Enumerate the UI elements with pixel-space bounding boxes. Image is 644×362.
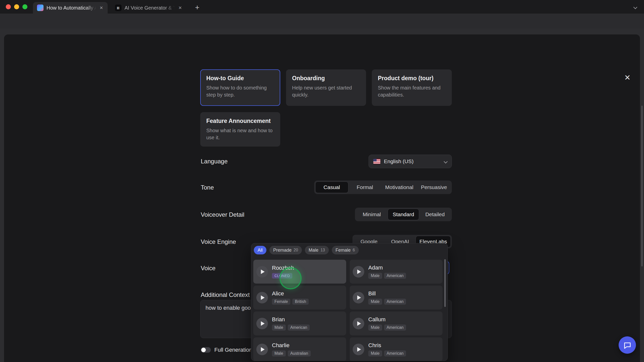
- voice-badge: Female: [272, 299, 290, 305]
- tab-favicon-icon: [37, 5, 44, 11]
- voice-tags: FemaleBritish: [272, 299, 309, 305]
- voice-tags: MaleAmerican: [368, 299, 406, 305]
- click-indicator: [279, 267, 302, 289]
- template-card-list: How-to Guide Show how to do something st…: [200, 69, 452, 147]
- chip-count: 13: [320, 248, 325, 252]
- voice-meta: Brian MaleAmerican: [272, 316, 310, 331]
- voice-option[interactable]: Bill MaleAmerican: [350, 286, 442, 309]
- toggle-knob: [201, 348, 206, 352]
- window-controls: [6, 4, 27, 9]
- play-voice-button[interactable]: [256, 318, 268, 329]
- template-card-title: Product demo (tour): [378, 75, 446, 82]
- voice-filter-chip[interactable]: Male 13: [305, 246, 329, 254]
- chat-bubble-icon: [623, 341, 632, 349]
- additional-context-label: Additional Context: [201, 291, 250, 298]
- chevron-down-icon: [633, 5, 637, 9]
- voice-meta: Adam MaleAmerican: [368, 264, 406, 279]
- play-voice-button[interactable]: [256, 344, 268, 355]
- template-card-title: Feature Announcement: [206, 118, 274, 124]
- voice-option[interactable]: Alice FemaleBritish: [253, 286, 346, 309]
- template-card[interactable]: How-to Guide Show how to do something st…: [200, 69, 280, 106]
- play-icon: [261, 321, 265, 326]
- voiceover-detail-label: Voiceover Detail: [201, 211, 244, 218]
- tone-option[interactable]: Persuasive: [417, 182, 451, 193]
- voice-filter-chip[interactable]: Premade 20: [269, 246, 302, 254]
- voice-meta: Charlie MaleAustralian: [272, 342, 311, 356]
- voice-meta: Bill MaleAmerican: [368, 290, 406, 305]
- play-voice-button[interactable]: [353, 266, 364, 278]
- us-flag-icon: [373, 159, 380, 164]
- minimize-window-button[interactable]: [14, 4, 19, 9]
- voice-badge: American: [384, 299, 406, 305]
- voice-option[interactable]: Brian MaleAmerican: [253, 311, 346, 335]
- voice-name: Callum: [368, 316, 406, 323]
- tab-ai-voice-generator[interactable]: II AI Voice Generator & Text to S ✕: [111, 2, 187, 14]
- chip-label: Premade: [273, 248, 292, 253]
- chip-label: Male: [309, 248, 318, 253]
- tone-option[interactable]: Casual: [315, 182, 348, 193]
- tab-close-icon[interactable]: ✕: [178, 5, 182, 11]
- voiceover-detail-option[interactable]: Minimal: [356, 209, 388, 220]
- tab-close-icon[interactable]: ✕: [99, 5, 104, 11]
- chevron-down-icon: [444, 159, 448, 163]
- voiceover-detail-segmented-control: Minimal Standard Detailed: [355, 208, 452, 221]
- template-card[interactable]: Feature Announcement Show what is new an…: [200, 112, 280, 147]
- voice-badge: American: [384, 350, 406, 356]
- full-generation-toggle[interactable]: [201, 347, 211, 353]
- full-generation-label: Full Generation: [214, 347, 252, 353]
- tab-title: How to Automatically Add Go: [47, 5, 96, 11]
- chip-label: Female: [336, 248, 351, 253]
- voice-filter-chips: All Premade 20 Male 13 Female 6: [254, 246, 359, 254]
- tone-option[interactable]: Formal: [348, 182, 382, 193]
- voice-option[interactable]: Callum MaleAmerican: [350, 311, 442, 335]
- play-voice-button[interactable]: [256, 292, 268, 303]
- voice-badge: American: [384, 325, 406, 331]
- tab-search-button[interactable]: [634, 5, 637, 10]
- voice-option[interactable]: Charlie MaleAustralian: [253, 337, 346, 361]
- voice-badge: Male: [368, 325, 382, 331]
- voice-engine-label: Voice Engine: [201, 238, 236, 245]
- play-voice-button[interactable]: [353, 292, 364, 303]
- voiceover-detail-option[interactable]: Standard: [388, 209, 419, 220]
- fullscreen-window-button[interactable]: [22, 4, 27, 9]
- voice-badge: Male: [272, 325, 286, 331]
- close-icon[interactable]: ✕: [622, 72, 633, 83]
- play-voice-button[interactable]: [256, 266, 268, 278]
- page-scrollbar[interactable]: [641, 106, 643, 266]
- support-chat-button[interactable]: [619, 336, 636, 354]
- tone-option[interactable]: Motivational: [381, 182, 417, 193]
- tab-how-to-guide[interactable]: How to Automatically Add Go ✕: [33, 2, 108, 14]
- language-select[interactable]: English (US): [369, 155, 452, 168]
- voice-badge: American: [384, 273, 406, 279]
- chip-count: 6: [353, 248, 355, 252]
- template-card-description: Help new users get started quickly.: [292, 84, 360, 98]
- voice-filter-chip[interactable]: Female 6: [332, 246, 359, 254]
- voice-badge: Male: [368, 299, 382, 305]
- play-voice-button[interactable]: [353, 318, 364, 329]
- language-label: Language: [201, 158, 228, 165]
- template-card[interactable]: Onboarding Help new users get started qu…: [286, 69, 366, 106]
- voice-tags: MaleAustralian: [272, 350, 311, 356]
- voice-badge: Male: [368, 273, 382, 279]
- dropdown-scrollbar[interactable]: [444, 259, 446, 307]
- voice-option[interactable]: Adam MaleAmerican: [350, 260, 442, 284]
- new-tab-button[interactable]: +: [193, 3, 202, 12]
- close-window-button[interactable]: [6, 4, 11, 9]
- play-icon: [261, 347, 265, 352]
- voice-label: Voice: [201, 265, 216, 272]
- voice-tags: MaleAmerican: [368, 325, 406, 331]
- voice-filter-chip[interactable]: All: [254, 246, 266, 254]
- voice-tags: MaleAmerican: [368, 350, 406, 356]
- voice-name: Adam: [368, 264, 406, 271]
- template-card-description: Show how to do something step by step.: [206, 84, 274, 98]
- voice-option[interactable]: Chris MaleAmerican: [350, 337, 442, 361]
- voice-meta: Chris MaleAmerican: [368, 342, 406, 356]
- play-voice-button[interactable]: [353, 344, 364, 355]
- template-card[interactable]: Product demo (tour) Show the main featur…: [372, 69, 452, 106]
- voice-name: Chris: [368, 342, 406, 349]
- voiceover-detail-option[interactable]: Detailed: [419, 209, 451, 220]
- voice-dropdown-panel: All Premade 20 Male 13 Female 6: [251, 243, 448, 361]
- play-icon: [261, 295, 265, 300]
- voice-badge: Male: [272, 350, 286, 356]
- chip-label: All: [258, 248, 263, 253]
